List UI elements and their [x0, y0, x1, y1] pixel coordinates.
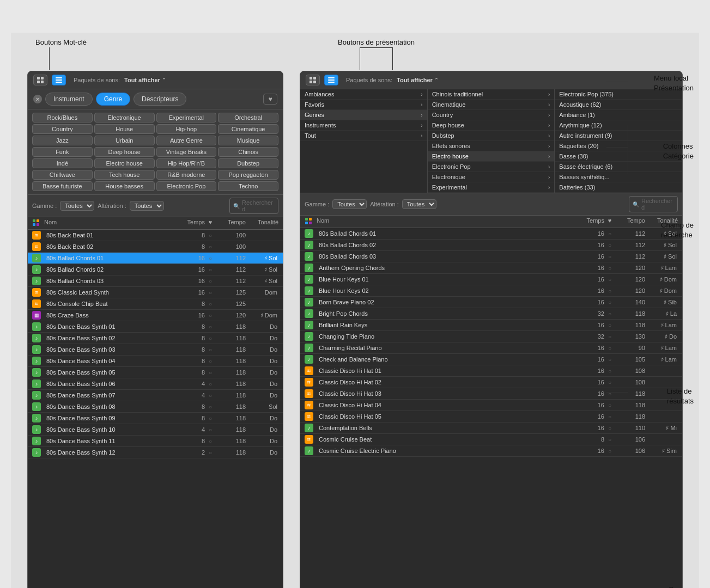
right-col1-tout[interactable]: Tout›	[300, 131, 427, 141]
right-col3-acoustique[interactable]: Acoustique (62)	[555, 100, 682, 110]
right-table-row[interactable]: ≋Classic Disco Hi Hat 0416○118	[300, 400, 682, 411]
right-col2-electronique[interactable]: Electronique›	[428, 172, 555, 182]
right-table-row[interactable]: ♪Changing Tide Piano32○130♯ Do	[300, 331, 682, 342]
right-table-row[interactable]: ♪Charming Recital Piano16○90♯ Lam	[300, 342, 682, 354]
right-table-row[interactable]: ♪Cosmic Cruise Electric Piano16○106♯ Sim	[300, 445, 682, 457]
left-filter-close[interactable]: ✕	[33, 95, 42, 103]
right-col2-dubstep[interactable]: Dubstep›	[428, 131, 555, 141]
left-table-body[interactable]: ≋80s Back Beat 018○100≋80s Back Beat 028…	[28, 230, 283, 588]
right-alteration-select[interactable]: Toutes	[402, 199, 436, 209]
tag-hip-hop[interactable]: Hip-hop	[156, 124, 217, 134]
right-col3-basses-synth[interactable]: Basses synthétiq...	[555, 172, 682, 182]
right-table-row[interactable]: ≋Classic Disco Hi Hat 0316○118	[300, 388, 682, 400]
right-col1-ambiances[interactable]: Ambiances›	[300, 89, 427, 100]
right-col2-electro-house[interactable]: Electro house›	[428, 151, 555, 162]
tag-cinematique[interactable]: Cinematique	[218, 124, 278, 134]
right-col3-batteries[interactable]: Batteries (33)	[555, 182, 682, 193]
right-table-row[interactable]: ≋Classic Disco Hi Hat 0516○118	[300, 411, 682, 422]
right-table-row[interactable]: ♪80s Ballad Chords 0116○112♯ Sol	[300, 228, 682, 240]
tag-techno[interactable]: Techno	[218, 181, 278, 191]
right-col2-effets[interactable]: Effets sonores›	[428, 141, 555, 151]
tag-funk[interactable]: Funk	[32, 147, 93, 157]
left-heart-btn[interactable]: ♥	[263, 94, 277, 105]
tag-house-basses[interactable]: House basses	[94, 181, 155, 191]
left-table-row[interactable]: ♪80s Dance Bass Synth 098○118Do	[28, 413, 283, 424]
right-col3-basse-elec[interactable]: Basse électrique (6)	[555, 162, 682, 172]
left-table-row[interactable]: ♪80s Dance Bass Synth 104○118Do	[28, 424, 283, 436]
left-filter-genre[interactable]: Genre	[96, 93, 130, 106]
left-table-row[interactable]: ≋80s Classic Lead Synth16○125Dom	[28, 287, 283, 298]
right-table-row[interactable]: ♪80s Ballad Chords 0316○112♯ Sol	[300, 251, 682, 262]
right-col3-autre-instrument[interactable]: Autre instrument (9)	[555, 131, 682, 141]
left-table-row[interactable]: ♪80s Ballad Chords 0216○112♯ Sol	[28, 264, 283, 275]
tag-basse-futuriste[interactable]: Basse futuriste	[32, 181, 93, 191]
right-table-row[interactable]: ≋Classic Disco Hi Hat 0116○108	[300, 365, 682, 377]
right-table-row[interactable]: ≋Classic Disco Hi Hat 0216○108	[300, 377, 682, 388]
left-table-row[interactable]: ♪80s Dance Bass Synth 064○118Do	[28, 378, 283, 390]
right-col3-arythmique[interactable]: Arythmique (12)	[555, 120, 682, 131]
right-table-row[interactable]: ♪Blue Hour Keys 0116○120♯ Dom	[300, 274, 682, 285]
left-table-row[interactable]: ▦80s Craze Bass16○120♯ Dom	[28, 310, 283, 321]
left-table-row[interactable]: ♪80s Dance Bass Synth 118○118Do	[28, 436, 283, 447]
right-paquets-dropdown[interactable]: Tout afficher	[397, 77, 439, 83]
tag-chillwave[interactable]: Chillwave	[32, 170, 93, 180]
right-col2-country[interactable]: Country›	[428, 110, 555, 120]
tag-pop-reggaeton[interactable]: Pop reggaeton	[218, 170, 278, 180]
right-col3-ambiance[interactable]: Ambiance (1)	[555, 110, 682, 120]
left-filter-instrument[interactable]: Instrument	[45, 93, 93, 106]
right-table-row[interactable]: ♪Check and Balance Piano16○105♯ Lam	[300, 354, 682, 365]
right-col2-experimental[interactable]: Experimental›	[428, 182, 555, 193]
tag-experimental[interactable]: Experimental	[156, 113, 217, 122]
tag-musique[interactable]: Musique	[218, 136, 278, 145]
tag-vintage-breaks[interactable]: Vintage Breaks	[156, 147, 217, 157]
tag-country[interactable]: Country	[32, 124, 93, 134]
left-table-row[interactable]: ♪80s Dance Bass Synth 038○118Do	[28, 344, 283, 356]
tag-dubstep[interactable]: Dubstep	[218, 158, 278, 168]
left-table-row[interactable]: ♪80s Ballad Chords 0116○112♯ Sol	[28, 253, 283, 264]
right-table-row[interactable]: ♪Brilliant Rain Keys16○118♯ Lam	[300, 320, 682, 331]
left-table-row[interactable]: ♪80s Dance Bass Synth 058○118Do	[28, 367, 283, 378]
tag-orchestral[interactable]: Orchestral	[218, 113, 278, 122]
tag-jazz[interactable]: Jazz	[32, 136, 93, 145]
right-view-btn-list[interactable]	[324, 75, 338, 85]
right-gamme-select[interactable]: Toutes	[332, 199, 367, 209]
left-view-btn-grid[interactable]	[33, 75, 47, 85]
tag-house[interactable]: House	[94, 124, 155, 134]
right-view-btn-grid[interactable]	[306, 75, 320, 85]
left-table-row[interactable]: ≋80s Back Beat 028○100	[28, 241, 283, 253]
tag-electronic-pop[interactable]: Electronic Pop	[156, 181, 217, 191]
left-table-row[interactable]: ≋80s Console Chip Beat8○125	[28, 298, 283, 310]
left-filter-descripteurs[interactable]: Descripteurs	[133, 93, 186, 106]
tag-rock-blues[interactable]: Rock/Blues	[32, 113, 93, 122]
right-table-row[interactable]: ♪Contemplation Bells16○110♯ Mi	[300, 422, 682, 434]
left-search-box[interactable]: 🔍 Rechercher d	[229, 198, 278, 214]
right-table-row[interactable]: ♪Blue Hour Keys 0216○120♯ Dom	[300, 285, 682, 297]
right-table-row[interactable]: ♪Anthem Opening Chords16○120♯ Lam	[300, 262, 682, 274]
left-table-row[interactable]: ♪80s Dance Bass Synth 018○118Do	[28, 321, 283, 333]
right-table-row[interactable]: ♪80s Ballad Chords 0216○112♯ Sol	[300, 240, 682, 251]
right-table-body[interactable]: ♪80s Ballad Chords 0116○112♯ Sol♪80s Bal…	[300, 228, 682, 588]
left-table-row[interactable]: ♪80s Dance Bass Synth 028○118Do	[28, 333, 283, 344]
tag-rnb-moderne[interactable]: R&B moderne	[156, 170, 217, 180]
left-table-row[interactable]: ≋80s Back Beat 018○100	[28, 230, 283, 241]
left-table-row[interactable]: ♪80s Dance Bass Synth 074○118Do	[28, 390, 283, 401]
tag-autre-genre[interactable]: Autre Genre	[156, 136, 217, 145]
tag-electro-house[interactable]: Electro house	[94, 158, 155, 168]
tag-urbain[interactable]: Urbain	[94, 136, 155, 145]
left-table-row[interactable]: ♪80s Dance Bass Synth 088○118Sol	[28, 401, 283, 413]
right-col1-instruments[interactable]: Instruments›	[300, 120, 427, 131]
right-col2-electronic-pop[interactable]: Electronic Pop›	[428, 162, 555, 172]
tag-deep-house[interactable]: Deep house	[94, 147, 155, 157]
left-paquets-dropdown[interactable]: Tout afficher	[124, 77, 166, 83]
right-search-box[interactable]: 🔍 Rechercher d	[629, 196, 678, 212]
left-view-btn-list[interactable]	[52, 75, 66, 85]
right-table-row[interactable]: ♪Born Brave Piano 0216○140♯ Sib	[300, 297, 682, 308]
left-table-row[interactable]: ♪80s Dance Bass Synth 122○118Do	[28, 447, 283, 458]
right-col1-favoris[interactable]: Favoris›	[300, 100, 427, 110]
left-table-row[interactable]: ♪80s Ballad Chords 0316○112♯ Sol	[28, 275, 283, 287]
left-alteration-select[interactable]: Toutes	[130, 201, 164, 211]
tag-hip-hop-rnb[interactable]: Hip Hop/R'n'B	[156, 158, 217, 168]
right-col2-deep-house[interactable]: Deep house›	[428, 120, 555, 131]
right-table-row[interactable]: ♪Bright Pop Chords32○118♯ La	[300, 308, 682, 320]
right-col2-cinematique[interactable]: Cinematique›	[428, 100, 555, 110]
